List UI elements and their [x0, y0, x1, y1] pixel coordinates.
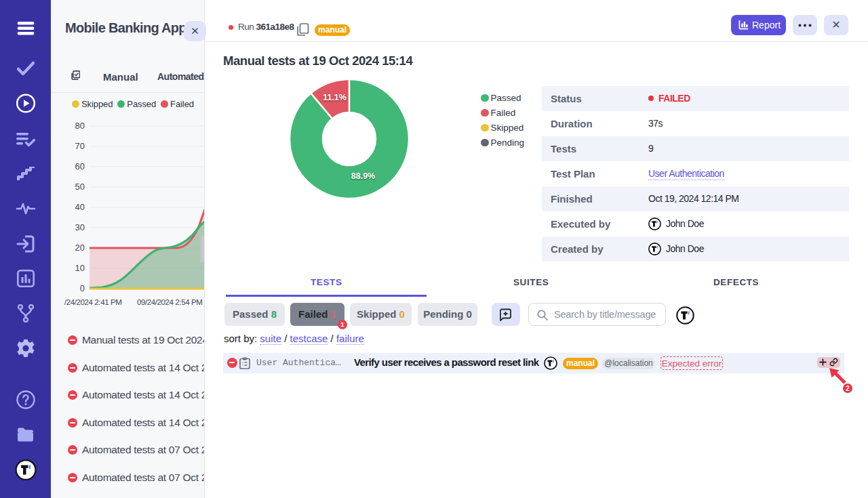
svg-text:88.9%: 88.9% — [351, 171, 375, 181]
svg-text:11.1%: 11.1% — [323, 93, 347, 102]
svg-text:2: 2 — [846, 385, 850, 392]
